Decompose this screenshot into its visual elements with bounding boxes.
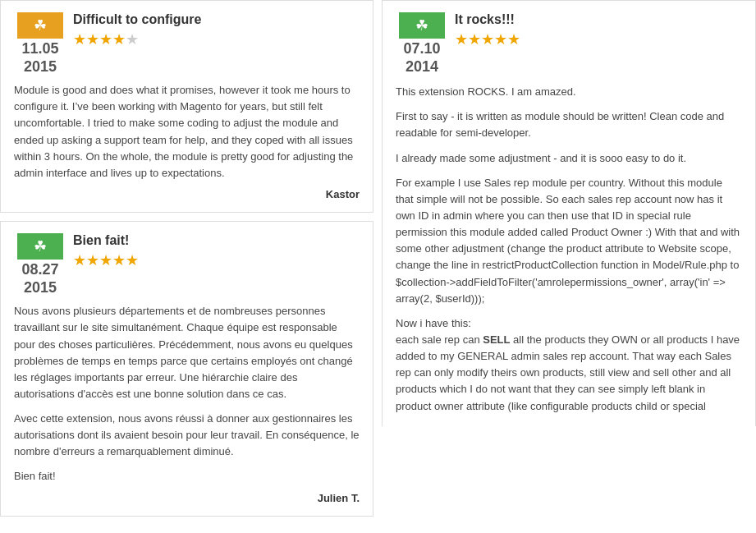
review-body-2: Nous avons plusieurs départements et de …	[14, 303, 360, 485]
review-badge-2: ☘	[17, 233, 63, 260]
star3-2: ★	[468, 30, 481, 48]
review-card-1: ☘ 11.05 2015 Difficult to configure ★ ★ …	[0, 0, 373, 213]
star2-1: ★	[73, 251, 86, 269]
review-date-monthday-1: 11.05	[21, 40, 58, 58]
review-author-1: Kastor	[14, 188, 360, 200]
star2-5: ★	[126, 251, 139, 269]
review-stars-3: ★ ★ ★ ★ ★	[455, 30, 742, 48]
review-author-2: Julien T.	[14, 492, 360, 504]
review-stars-2: ★ ★ ★ ★ ★	[73, 251, 360, 269]
star2-2: ★	[86, 251, 99, 269]
star3-5: ★	[507, 30, 520, 48]
review-card-3: ☘ 07.10 2014 It rocks!!! ★ ★ ★ ★ ★	[382, 0, 756, 426]
review-date-year-3: 2014	[405, 58, 438, 76]
review-title-3: It rocks!!!	[455, 12, 742, 27]
star-4: ★	[112, 30, 126, 48]
leaf-icon-2: ☘	[34, 237, 47, 255]
review-title-1: Difficult to configure	[73, 12, 360, 27]
star-2: ★	[86, 30, 99, 48]
review-badge-3: ☘	[399, 12, 445, 39]
star3-3: ★	[481, 30, 494, 48]
review-stars-1: ★ ★ ★ ★ ★	[73, 30, 360, 48]
star3-4: ★	[494, 30, 507, 48]
review-date-year-2: 2015	[24, 279, 57, 297]
review-body-3: This extension ROCKS. I am amazed. First…	[396, 84, 742, 415]
star2-3: ★	[99, 251, 112, 269]
star-1: ★	[73, 30, 86, 48]
review-card-2: ☘ 08.27 2015 Bien fait! ★ ★ ★ ★ ★	[0, 221, 373, 517]
star-3: ★	[99, 30, 112, 48]
review-badge-1: ☘	[17, 12, 63, 39]
review-body-1: Module is good and does what it promises…	[14, 82, 360, 181]
review-date-monthday-2: 08.27	[21, 261, 58, 279]
star3-1: ★	[455, 30, 468, 48]
review-date-monthday-3: 07.10	[403, 40, 440, 58]
star2-4: ★	[112, 251, 126, 269]
leaf-icon-3: ☘	[415, 16, 428, 34]
leaf-icon: ☘	[34, 16, 47, 34]
star-5: ★	[126, 30, 139, 48]
review-title-2: Bien fait!	[73, 233, 360, 248]
review-date-year-1: 2015	[24, 58, 57, 76]
